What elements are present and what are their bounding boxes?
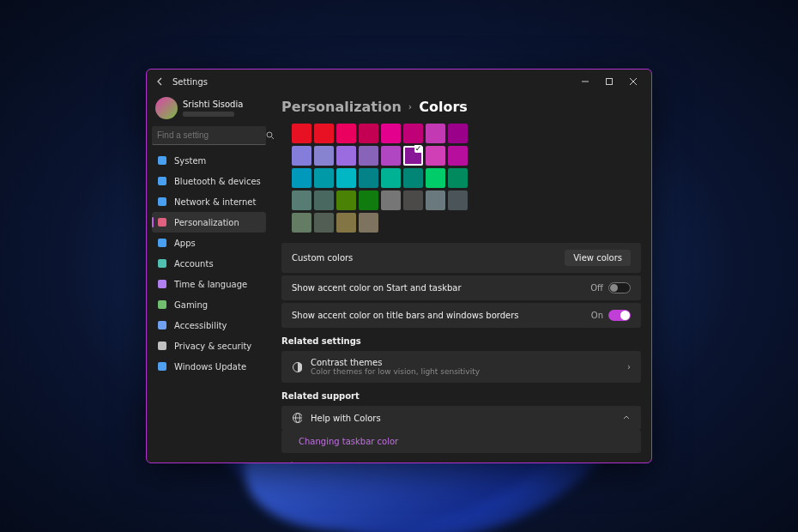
- sidebar-item-system[interactable]: System: [152, 150, 266, 171]
- color-swatch[interactable]: [336, 124, 356, 143]
- color-swatch[interactable]: [403, 190, 423, 210]
- color-swatch[interactable]: [359, 146, 378, 166]
- sidebar-item-label: Accounts: [174, 259, 214, 269]
- help-title: Help with Colors: [311, 414, 622, 423]
- sidebar-item-accounts[interactable]: Accounts: [152, 253, 266, 274]
- contrast-subtitle: Color themes for low vision, light sensi…: [311, 367, 627, 376]
- color-swatch[interactable]: [292, 124, 311, 143]
- color-swatch[interactable]: [336, 213, 356, 233]
- minimize-button[interactable]: [579, 76, 591, 88]
- accent-start-taskbar-row: Show accent color on Start and taskbar O…: [281, 275, 641, 300]
- svg-rect-6: [158, 197, 166, 206]
- svg-rect-14: [158, 362, 166, 371]
- get-help-link[interactable]: Get help: [304, 462, 341, 463]
- color-swatch[interactable]: [448, 146, 468, 166]
- color-swatch[interactable]: [381, 124, 401, 143]
- color-swatch[interactable]: [381, 168, 401, 188]
- color-swatch[interactable]: [403, 124, 423, 143]
- update-icon: [157, 361, 167, 372]
- help-icon: [287, 461, 297, 462]
- color-swatch[interactable]: [292, 146, 311, 166]
- sidebar-item-accessibility[interactable]: Accessibility: [152, 315, 266, 336]
- sidebar-item-bluetooth-devices[interactable]: Bluetooth & devices: [152, 171, 266, 191]
- view-colors-button[interactable]: View colors: [565, 250, 631, 266]
- search-input[interactable]: [157, 130, 266, 140]
- svg-rect-1: [607, 79, 613, 85]
- accent-start-toggle[interactable]: [608, 282, 631, 293]
- color-swatch[interactable]: [359, 124, 378, 143]
- changing-taskbar-color-link[interactable]: Changing taskbar color: [299, 437, 398, 446]
- bluetooth-icon: [157, 176, 167, 186]
- color-swatch[interactable]: [426, 168, 445, 188]
- color-swatch[interactable]: [381, 190, 401, 210]
- color-swatch[interactable]: [314, 213, 334, 233]
- profile-email-redacted: [183, 112, 234, 117]
- svg-rect-11: [158, 300, 166, 309]
- accessibility-icon: [157, 320, 167, 330]
- color-swatch[interactable]: [314, 168, 334, 188]
- color-swatch[interactable]: [292, 190, 311, 210]
- color-swatch[interactable]: [359, 190, 378, 210]
- sidebar-item-personalization[interactable]: Personalization: [152, 212, 266, 233]
- accent-title-toggle[interactable]: [608, 310, 631, 321]
- close-button[interactable]: [627, 76, 639, 88]
- avatar: [155, 97, 178, 119]
- back-button[interactable]: [155, 76, 166, 87]
- sidebar-item-windows-update[interactable]: Windows Update: [152, 356, 266, 377]
- color-swatch[interactable]: [314, 124, 334, 143]
- search-box[interactable]: [152, 126, 266, 145]
- color-swatch[interactable]: [292, 168, 311, 188]
- maximize-button[interactable]: [603, 76, 615, 88]
- color-swatch[interactable]: [448, 168, 468, 188]
- sidebar-item-label: Apps: [174, 239, 196, 248]
- sidebar-item-label: Time & language: [174, 280, 247, 289]
- globe-icon: [292, 413, 302, 423]
- sidebar-item-apps[interactable]: Apps: [152, 233, 266, 253]
- sidebar-item-gaming[interactable]: Gaming: [152, 294, 266, 315]
- color-swatch[interactable]: [426, 190, 445, 210]
- sidebar-item-label: Gaming: [174, 300, 208, 310]
- sidebar-item-network-internet[interactable]: Network & internet: [152, 191, 266, 212]
- sidebar-item-label: Accessibility: [174, 321, 227, 330]
- sidebar-item-label: Bluetooth & devices: [174, 177, 261, 186]
- color-swatch[interactable]: [336, 146, 356, 166]
- breadcrumb-parent[interactable]: Personalization: [281, 99, 402, 115]
- color-swatch[interactable]: [426, 146, 445, 166]
- accounts-icon: [157, 258, 167, 269]
- color-swatch[interactable]: [314, 190, 334, 210]
- accent-start-label: Show accent color on Start and taskbar: [292, 283, 590, 293]
- privacy-icon: [157, 341, 167, 351]
- color-swatch[interactable]: [426, 124, 445, 143]
- color-swatch[interactable]: [292, 213, 311, 233]
- gaming-icon: [157, 299, 167, 310]
- svg-rect-7: [158, 218, 166, 227]
- color-swatch[interactable]: [448, 190, 468, 210]
- related-support-header: Related support: [281, 391, 641, 401]
- sidebar-item-privacy-security[interactable]: Privacy & security: [152, 336, 266, 356]
- color-swatch[interactable]: [336, 168, 356, 188]
- accent-titlebar-row: Show accent color on title bars and wind…: [281, 303, 641, 328]
- svg-rect-10: [158, 280, 166, 288]
- network-icon: [157, 196, 167, 207]
- sidebar-item-time-language[interactable]: Time & language: [152, 274, 266, 294]
- profile-name: Srishti Sisodia: [183, 100, 243, 109]
- color-swatch[interactable]: [359, 168, 378, 188]
- chevron-up-icon: [622, 414, 631, 422]
- color-swatch[interactable]: [359, 213, 378, 233]
- color-swatch[interactable]: [381, 146, 401, 166]
- svg-rect-8: [158, 239, 166, 247]
- color-swatch[interactable]: [403, 146, 423, 166]
- color-swatch[interactable]: [448, 124, 468, 143]
- sidebar: Srishti Sisodia SystemBluetooth & device…: [147, 94, 271, 462]
- color-swatch[interactable]: [314, 146, 334, 166]
- help-with-colors-row[interactable]: Help with Colors: [281, 406, 641, 430]
- svg-rect-5: [158, 177, 166, 185]
- contrast-themes-row[interactable]: Contrast themes Color themes for low vis…: [281, 351, 641, 383]
- custom-colors-label: Custom colors: [292, 253, 565, 263]
- color-swatch[interactable]: [336, 190, 356, 210]
- nav: SystemBluetooth & devicesNetwork & inter…: [152, 150, 266, 377]
- color-swatch[interactable]: [403, 168, 423, 188]
- chevron-right-icon: ›: [627, 362, 631, 372]
- custom-colors-row[interactable]: Custom colors View colors: [281, 243, 641, 273]
- profile[interactable]: Srishti Sisodia: [152, 94, 266, 126]
